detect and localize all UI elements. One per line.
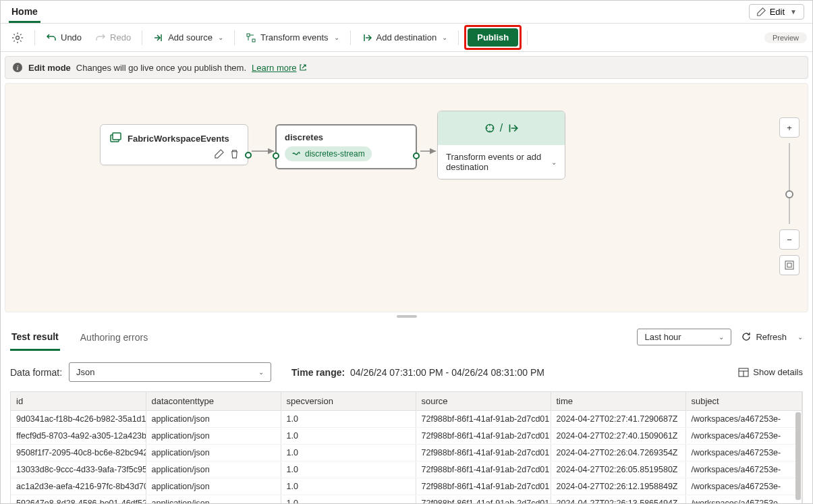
refresh-button[interactable]: Refresh — [741, 331, 787, 342]
undo-label: Undo — [61, 32, 82, 43]
gear-icon — [11, 32, 24, 44]
tab-test-result[interactable]: Test result — [10, 323, 60, 351]
svg-rect-9 — [787, 263, 791, 267]
table-row[interactable]: ffecf9d5-8703-4a92-a305-12a423bapplicati… — [11, 428, 802, 445]
zoom-thumb[interactable] — [785, 190, 793, 198]
undo-button[interactable]: Undo — [40, 29, 87, 47]
svg-text:i: i — [16, 63, 18, 72]
table-row[interactable]: ac1a2d3e-aefa-4216-97fc-8b43d70applicati… — [11, 478, 802, 495]
canvas[interactable]: FabricWorkspaceEvents discretes discrete… — [5, 83, 808, 312]
cell: 72f988bf-86f1-41af-91ab-2d7cd01 — [416, 461, 551, 478]
mode-text: Changes will go live once you publish th… — [76, 63, 246, 73]
source-node[interactable]: FabricWorkspaceEvents — [100, 124, 248, 165]
transform-button[interactable]: Transform events ⌄ — [240, 29, 345, 47]
refresh-label: Refresh — [756, 332, 787, 342]
cell: 1.0 — [281, 428, 416, 445]
table-row[interactable]: 9d0341ac-f18b-4c26-b982-35a1d1fapplicati… — [11, 411, 802, 428]
svg-point-0 — [16, 36, 20, 39]
cell: 72f988bf-86f1-41af-91ab-2d7cd01 — [416, 411, 551, 428]
column-header[interactable]: subject — [685, 392, 802, 411]
chevron-down-icon[interactable]: ⌄ — [551, 159, 557, 166]
trash-icon[interactable] — [229, 149, 240, 159]
info-icon: i — [12, 62, 23, 73]
dest-text: Transform events or add destination — [446, 152, 550, 172]
zoom-out-button[interactable]: − — [779, 229, 800, 250]
transform-icon — [246, 32, 256, 43]
publish-highlight: Publish — [464, 25, 522, 50]
time-range-value-text: 04/26/24 07:31:00 PM - 04/26/24 08:31:00… — [350, 367, 544, 378]
dest-icons: / — [438, 111, 565, 145]
stream-node[interactable]: discretes discretes-stream — [275, 124, 417, 169]
cell: 1.0 — [281, 495, 416, 505]
cell: 9d0341ac-f18b-4c26-b982-35a1d1f — [11, 411, 146, 428]
separator — [234, 30, 235, 45]
refresh-icon — [741, 331, 752, 342]
svg-rect-1 — [247, 34, 250, 36]
separator — [527, 30, 528, 45]
column-header[interactable]: source — [416, 392, 551, 411]
cell: 13033d8c-9ccc-4d33-9afa-73f5c95 — [11, 461, 146, 478]
column-header[interactable]: time — [551, 392, 685, 411]
tab-authoring-errors[interactable]: Authoring errors — [79, 324, 149, 349]
fit-view-button[interactable] — [779, 255, 800, 275]
cell: 1.0 — [281, 461, 416, 478]
time-range-value: Last hour — [644, 332, 681, 342]
settings-button[interactable] — [6, 28, 29, 47]
cell: /workspaces/a467253e- — [685, 461, 802, 478]
edit-mode-bar: i Edit mode Changes will go live once yo… — [5, 56, 808, 79]
column-header[interactable]: specversion — [281, 392, 416, 411]
publish-button[interactable]: Publish — [468, 28, 518, 47]
output-port[interactable] — [245, 152, 252, 159]
data-format-select[interactable]: Json ⌄ — [69, 362, 271, 382]
table-row[interactable]: 9508f1f7-2095-40c8-bc6e-82bc942applicati… — [11, 445, 802, 461]
column-header[interactable]: datacontenttype — [146, 392, 281, 411]
transform-icon — [484, 122, 496, 134]
stream-icon — [291, 149, 301, 159]
chevron-down-icon: ⌄ — [334, 34, 339, 41]
cell: 2024-04-27T02:27:41.7290687Z — [551, 411, 685, 428]
output-port[interactable] — [413, 152, 420, 159]
zoom-slider[interactable] — [789, 143, 790, 224]
time-range-select[interactable]: Last hour ⌄ — [637, 329, 731, 345]
cell: /workspaces/a467253e- — [685, 428, 802, 445]
table-row[interactable]: 13033d8c-9ccc-4d33-9afa-73f5c95applicati… — [11, 461, 802, 478]
cell: ac1a2d3e-aefa-4216-97fc-8b43d70 — [11, 478, 146, 495]
chevron-down-icon[interactable]: ⌄ — [797, 333, 803, 341]
add-source-label: Add source — [168, 32, 213, 43]
tab-home[interactable]: Home — [9, 1, 40, 23]
destination-placeholder-node[interactable]: / Transform events or add destination ⌄ — [437, 111, 565, 179]
cell: 2024-04-27T02:26:13.5865494Z — [551, 495, 685, 505]
show-details-button[interactable]: Show details — [738, 367, 803, 377]
pencil-icon — [756, 7, 766, 17]
scrollbar[interactable] — [795, 412, 801, 500]
stream-chip[interactable]: discretes-stream — [285, 146, 372, 161]
data-format-label: Data format: — [10, 367, 62, 378]
fit-icon — [784, 260, 795, 271]
transform-label: Transform events — [260, 32, 329, 43]
resize-handle[interactable] — [1, 312, 812, 320]
redo-button[interactable]: Redo — [90, 29, 136, 47]
pencil-icon[interactable] — [214, 149, 224, 159]
results-table: iddatacontenttypespecversionsourcetimesu… — [10, 391, 803, 504]
external-link-icon — [299, 63, 307, 72]
learn-more-link[interactable]: Learn more — [252, 63, 306, 73]
edit-button[interactable]: Edit ▼ — [749, 4, 804, 20]
panel-tabs: Test result Authoring errors Last hour ⌄… — [10, 320, 803, 353]
add-dest-button[interactable]: Add destination ⌄ — [356, 29, 453, 47]
preview-badge: Preview — [764, 32, 807, 43]
add-source-icon — [153, 32, 164, 43]
input-port[interactable] — [273, 152, 279, 159]
details-icon — [738, 368, 749, 377]
svg-rect-2 — [252, 39, 255, 42]
add-source-button[interactable]: Add source ⌄ — [148, 29, 229, 47]
chevron-down-icon: ⌄ — [442, 34, 447, 41]
column-header[interactable]: id — [11, 392, 146, 411]
source-node-title: FabricWorkspaceEvents — [128, 134, 229, 144]
filters-row: Data format: Json ⌄ Time range: 04/26/24… — [10, 353, 803, 391]
zoom-in-button[interactable]: + — [779, 117, 800, 138]
separator — [142, 30, 142, 45]
redo-label: Redo — [110, 32, 131, 43]
cell: 2024-04-27T02:26:05.8519580Z — [551, 461, 685, 478]
destination-icon — [507, 122, 519, 134]
table-row[interactable]: 592647e8-8d28-4586-be01-46df52applicatio… — [11, 495, 802, 505]
